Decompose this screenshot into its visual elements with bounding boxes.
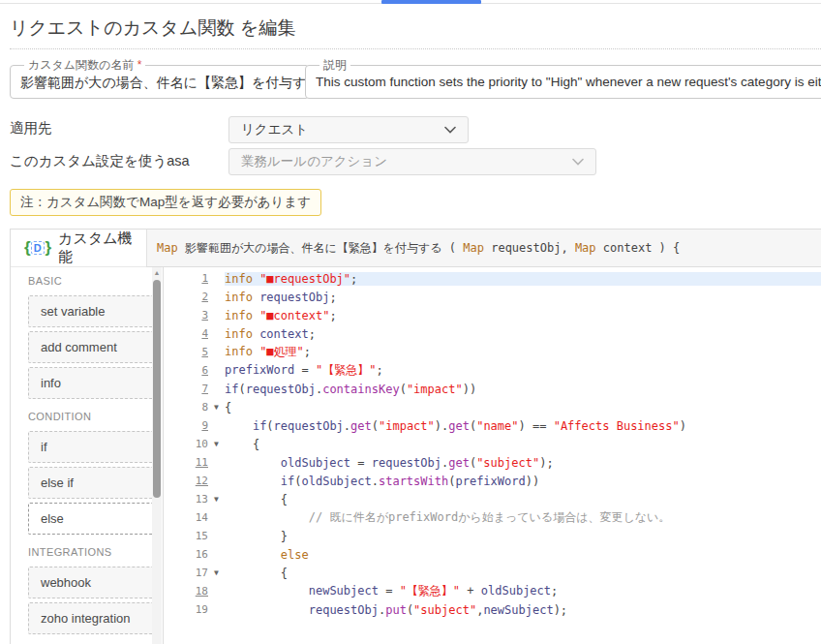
- line-number: 15: [164, 530, 208, 542]
- code-text[interactable]: info requestObj;: [225, 291, 821, 304]
- line-number[interactable]: 2: [164, 291, 208, 303]
- code-text[interactable]: {: [225, 567, 821, 580]
- code-editor[interactable]: 1info "■requestObj";2info requestObj;3in…: [164, 267, 821, 644]
- line-number: 8: [164, 401, 208, 414]
- fold-icon[interactable]: ▼: [208, 495, 225, 504]
- code-text[interactable]: }: [225, 530, 821, 543]
- code-text[interactable]: requestObj.put("subject",newSubject);: [225, 603, 821, 617]
- code-line[interactable]: 18 newSubject = "【緊急】" + oldSubject;: [164, 582, 821, 600]
- code-text[interactable]: {: [225, 493, 821, 506]
- code-line[interactable]: 7if(requestObj.containsKey("impact")): [164, 380, 821, 398]
- sidebar-item-add-comment[interactable]: add comment: [28, 331, 154, 363]
- code-text[interactable]: else: [225, 548, 821, 562]
- code-text[interactable]: if(requestObj.get("impact").get("name") …: [225, 419, 821, 433]
- line-number[interactable]: 4: [164, 327, 208, 340]
- page-title: リクエストのカスタム関数 を編集: [10, 15, 295, 41]
- usage-value: 業務ルールのアクション: [241, 153, 572, 170]
- function-name-value[interactable]: 影響範囲が大の場合、件名に【緊急】を付与する: [20, 75, 320, 92]
- code-line[interactable]: 5info "■処理";: [164, 343, 821, 361]
- line-number[interactable]: 11: [164, 456, 208, 469]
- fold-icon[interactable]: ▼: [208, 403, 225, 412]
- editor-logo-block: {D} カスタム機能: [11, 230, 146, 267]
- code-text[interactable]: info "■処理";: [225, 344, 821, 360]
- code-line[interactable]: 17▼ {: [164, 564, 821, 582]
- sidebar-item-webhook[interactable]: webhook: [28, 567, 154, 598]
- line-number: 14: [164, 511, 208, 524]
- line-number: 17: [164, 567, 208, 579]
- sidebar-item-else[interactable]: else: [28, 503, 154, 535]
- active-tab-indicator[interactable]: [381, 0, 481, 4]
- editor-title: カスタム機能: [58, 230, 146, 266]
- line-number: 10: [164, 438, 208, 450]
- code-line[interactable]: 12 if(oldSubject.startsWith(prefixWord)): [164, 472, 821, 490]
- code-line[interactable]: 1info "■requestObj";: [164, 269, 821, 288]
- scroll-up-icon[interactable]: ▲: [152, 268, 162, 278]
- code-text[interactable]: {: [225, 438, 821, 451]
- code-text[interactable]: oldSubject = requestObj.get("subject");: [225, 456, 821, 470]
- scrollbar-thumb[interactable]: [153, 280, 161, 498]
- code-line[interactable]: 9 if(requestObj.get("impact").get("name"…: [164, 416, 821, 435]
- code-text[interactable]: if(oldSubject.startsWith(prefixWord)): [225, 475, 821, 488]
- code-line[interactable]: 11 oldSubject = requestObj.get("subject"…: [164, 453, 821, 472]
- fold-icon[interactable]: ▼: [208, 568, 225, 577]
- sidebar-item-if[interactable]: if: [28, 431, 154, 463]
- code-line[interactable]: 13▼ {: [164, 490, 821, 508]
- sidebar-scrollbar[interactable]: ▲ ▼: [152, 267, 162, 644]
- drag-drop-sidebar: BASICset variableadd commentinfoCONDITIO…: [11, 267, 164, 644]
- code-text[interactable]: info context;: [225, 327, 821, 341]
- usage-label: このカスタム設定を使うasa: [10, 152, 190, 170]
- code-line[interactable]: 16 else: [164, 545, 821, 564]
- applies-to-select[interactable]: リクエスト: [228, 116, 469, 143]
- code-text[interactable]: // 既に件名がprefixWordから始まっている場合は、変更しない。: [225, 509, 821, 526]
- deluge-logo-icon: {D}: [24, 238, 50, 258]
- description-field[interactable]: 説明 This custom function sets the priorit…: [305, 57, 821, 99]
- fold-icon[interactable]: ▼: [208, 440, 225, 448]
- line-number[interactable]: 6: [164, 364, 208, 377]
- code-line[interactable]: 19 requestObj.put("subject",newSubject);: [164, 600, 821, 619]
- map-return-note: 注：カスタム関数でMap型を返す必要があります: [10, 189, 321, 216]
- line-number[interactable]: 3: [164, 309, 208, 322]
- title-separator: [10, 48, 821, 49]
- chevron-down-icon: [572, 158, 584, 166]
- sidebar-item-set-variable[interactable]: set variable: [28, 295, 154, 327]
- code-text[interactable]: info "■requestObj";: [225, 272, 821, 286]
- required-asterisk: *: [137, 58, 142, 72]
- line-number[interactable]: 12: [164, 475, 208, 487]
- line-number[interactable]: 7: [164, 383, 208, 395]
- function-signature: Map 影響範囲が大の場合、件名に【緊急】を付与する ( Map request…: [146, 230, 821, 267]
- line-number: 13: [164, 493, 208, 506]
- line-number[interactable]: 1: [164, 272, 208, 285]
- screen: リクエストのカスタム関数 を編集 カスタム関数の名前 * 影響範囲が大の場合、件…: [0, 0, 821, 644]
- chevron-down-icon: [444, 126, 456, 134]
- code-line[interactable]: 6prefixWord = "【緊急】";: [164, 361, 821, 380]
- code-line[interactable]: 2info requestObj;: [164, 288, 821, 306]
- line-number[interactable]: 9: [164, 419, 208, 432]
- code-text[interactable]: prefixWord = "【緊急】";: [225, 362, 821, 379]
- code-lines[interactable]: 1info "■requestObj";2info requestObj;3in…: [164, 269, 821, 619]
- function-name-field[interactable]: カスタム関数の名前 * 影響範囲が大の場合、件名に【緊急】を付与する: [10, 57, 331, 99]
- code-text[interactable]: newSubject = "【緊急】" + oldSubject;: [225, 583, 821, 599]
- code-line[interactable]: 10▼ {: [164, 435, 821, 453]
- code-line[interactable]: 3info "■context";: [164, 306, 821, 324]
- line-number: 19: [164, 603, 208, 616]
- code-line[interactable]: 14 // 既に件名がprefixWordから始まっている場合は、変更しない。: [164, 508, 821, 527]
- code-text[interactable]: {: [225, 401, 821, 414]
- line-number: 16: [164, 548, 208, 561]
- code-line[interactable]: 8▼{: [164, 398, 821, 416]
- function-name-label: カスタム関数の名前 *: [24, 57, 145, 74]
- custom-function-editor-panel: {D} カスタム機能 Map 影響範囲が大の場合、件名に【緊急】を付与する ( …: [10, 229, 821, 644]
- code-text[interactable]: if(requestObj.containsKey("impact")): [225, 383, 821, 396]
- sidebar-section-heading: CONDITION: [28, 411, 163, 422]
- code-line[interactable]: 15 }: [164, 527, 821, 545]
- sidebar-item-zoho-integration[interactable]: zoho integration: [28, 602, 154, 634]
- usage-select[interactable]: 業務ルールのアクション: [228, 148, 596, 175]
- sidebar-item-else-if[interactable]: else if: [28, 467, 154, 499]
- applies-to-label: 適用先: [10, 119, 52, 138]
- description-label: 説明: [319, 57, 350, 74]
- line-number[interactable]: 5: [164, 346, 208, 358]
- description-value[interactable]: This custom function sets the priority t…: [316, 75, 821, 89]
- sidebar-item-info[interactable]: info: [28, 367, 154, 399]
- line-number[interactable]: 18: [164, 585, 208, 598]
- code-line[interactable]: 4info context;: [164, 324, 821, 343]
- code-text[interactable]: info "■context";: [225, 309, 821, 322]
